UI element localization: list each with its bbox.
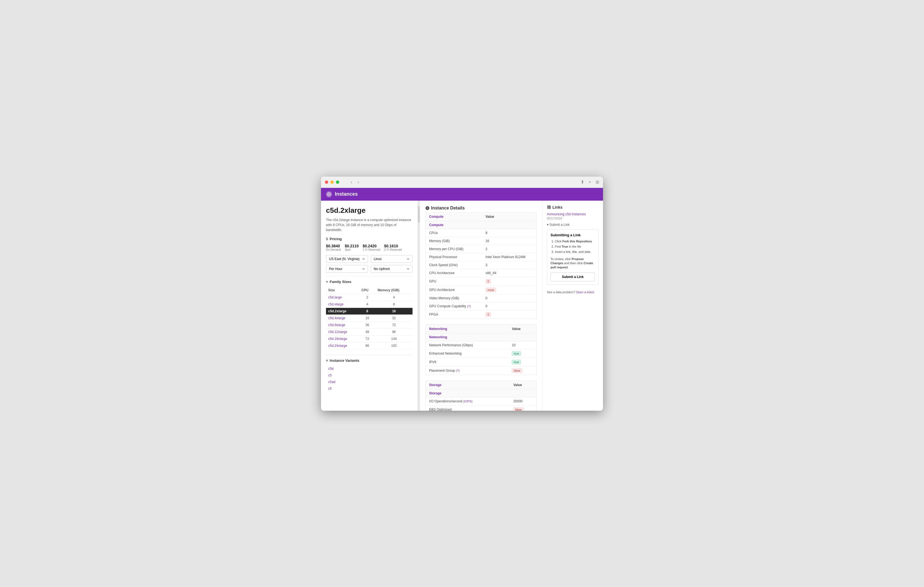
forward-button[interactable]: ›	[356, 180, 361, 185]
help-link[interactable]: (?)	[467, 305, 470, 308]
header-bar: Instances	[321, 188, 603, 201]
table-row[interactable]: c5d.large24	[326, 294, 412, 301]
detail-label: CPUs	[426, 229, 482, 237]
mem-cell: 32	[375, 315, 412, 322]
detail-value: x86_64	[482, 269, 537, 277]
back-button[interactable]: ‹	[349, 180, 354, 185]
detail-value: 0	[482, 294, 537, 302]
detail-row: Placement Group (?)false	[426, 366, 537, 375]
size-cell[interactable]: c5d.9xlarge	[326, 322, 359, 328]
variants-icon: ≡	[326, 358, 328, 363]
detail-value: 16	[482, 237, 537, 245]
detail-label: Network Performance (Gibps)	[426, 341, 509, 349]
size-cell[interactable]: c5d.24xlarge	[326, 342, 359, 349]
col-value: Value	[508, 325, 536, 333]
upfront-dropdown[interactable]: No Upfront	[371, 265, 413, 273]
size-cell[interactable]: c5d.2xlarge	[326, 308, 359, 315]
os-dropdown[interactable]: Linux	[371, 255, 413, 263]
title-bar: ‹ › ⬆ + ⊞	[321, 176, 603, 188]
region-dropdown[interactable]: US East (N. Virginia)	[326, 255, 368, 263]
size-cell[interactable]: c5d.18xlarge	[326, 335, 359, 342]
links-title: ⛓ Links	[547, 205, 599, 209]
col-size: Size	[326, 287, 359, 294]
table-row[interactable]: c5d.12xlarge4896	[326, 328, 412, 335]
mem-cell: 192	[375, 342, 412, 349]
details-table-networking: NetworkingNetworkingValueNetwork Perform…	[426, 325, 537, 375]
details-table-compute: ComputeComputeValueCPUs8Memory (GiB)16Me…	[426, 212, 537, 319]
submit-step-2: Find True in the file	[555, 245, 595, 249]
minimize-button[interactable]	[330, 180, 334, 184]
right-panel: ⛓ Links Announcing c5d Instances 05/17/2…	[542, 201, 603, 411]
table-row[interactable]: c5d.18xlarge72144	[326, 335, 412, 342]
billing-dropdown[interactable]: Per Hour	[326, 265, 368, 273]
browser-window: ‹ › ⬆ + ⊞ Instances c5d.2xlarge The c5d.…	[321, 176, 603, 411]
detail-label: Physical Processor	[426, 253, 482, 261]
detail-label: Memory (GiB)	[426, 237, 482, 245]
col-property: Networking	[426, 325, 509, 333]
header-logo	[326, 191, 332, 197]
table-row[interactable]: c5d.xlarge48	[326, 301, 412, 308]
variant-item[interactable]: c5ad	[326, 379, 412, 385]
detail-value: true	[508, 358, 536, 366]
pricing-heading: $ Pricing	[326, 237, 412, 241]
mem-cell: 16	[375, 308, 412, 315]
detail-value: 2	[482, 245, 537, 253]
detail-value: true	[508, 349, 536, 358]
detail-label: GPU	[426, 277, 482, 285]
scrollbar-thumb	[418, 206, 420, 223]
variant-item[interactable]: c5d	[326, 365, 412, 372]
col-value: Value	[510, 381, 537, 389]
detail-value: 8	[482, 229, 537, 237]
detail-value: 20000	[510, 397, 537, 405]
table-row[interactable]: c5d.2xlarge816	[326, 308, 412, 315]
family-sizes-table: Size CPU Memory (GiB) c5d.large24c5d.xla…	[326, 287, 412, 350]
close-button[interactable]	[325, 180, 328, 184]
submit-toggle[interactable]: ▾ Submit a Link	[547, 223, 599, 227]
detail-label: EBS Optimized	[426, 405, 510, 411]
submit-steps: Click Fork this Repository Find True in …	[551, 239, 595, 254]
maximize-button[interactable]	[336, 180, 339, 184]
detail-row: Memory per CPU (GiB)2	[426, 245, 537, 253]
size-cell[interactable]: c5d.12xlarge	[326, 328, 359, 335]
detail-value: false	[510, 405, 537, 411]
help-link[interactable]: (?)	[456, 369, 460, 372]
col-property: Storage	[426, 381, 510, 389]
price-1yr: $0.2420 1 Yr Reserved	[363, 244, 380, 251]
detail-value: 3	[482, 261, 537, 269]
table-row[interactable]: c5d.9xlarge3672	[326, 322, 412, 328]
cpu-cell: 4	[359, 301, 375, 308]
section-label-storage: Storage	[426, 389, 537, 397]
help-link[interactable]: (IOPS)	[463, 400, 472, 403]
open-ticket-link[interactable]: Open a ticket.	[576, 290, 595, 294]
table-row[interactable]: c5d.24xlarge96192	[326, 342, 412, 349]
detail-row: Clock Speed (GHz)3	[426, 261, 537, 269]
scrollbar[interactable]	[418, 201, 420, 411]
detail-label: IPV6	[426, 358, 509, 366]
variant-item[interactable]: c5	[326, 385, 412, 392]
detail-row: EBS Optimizedfalse	[426, 405, 537, 411]
submit-box-note: To review, click Propose Changes and the…	[551, 257, 595, 270]
cpu-cell: 72	[359, 335, 375, 342]
table-row[interactable]: c5d.4xlarge1632	[326, 315, 412, 322]
detail-row: GPU Compute Capability (?)0	[426, 302, 537, 310]
announcement-date: 05/17/2018	[547, 217, 599, 220]
size-cell[interactable]: c5d.xlarge	[326, 301, 359, 308]
submit-box: Submitting a Link Click Fork this Reposi…	[547, 229, 599, 285]
instance-details-header: i Instance Details	[426, 206, 537, 211]
detail-label: GPU Architecture	[426, 285, 482, 294]
announcement-link[interactable]: Announcing c5d Instances	[547, 212, 599, 216]
size-cell[interactable]: c5d.large	[326, 294, 359, 301]
detail-label: Enhanced Networking	[426, 349, 509, 358]
variant-item[interactable]: c5	[326, 372, 412, 379]
submit-link-button[interactable]: Submit a Link	[551, 272, 595, 281]
detail-row: CPUs8	[426, 229, 537, 237]
detail-row: GPU0	[426, 277, 537, 285]
cpu-cell: 48	[359, 328, 375, 335]
center-panel: i Instance Details ComputeComputeValueCP…	[420, 201, 542, 411]
info-icon: i	[426, 206, 429, 210]
submit-box-title: Submitting a Link	[551, 233, 595, 237]
section-label-compute: Compute	[426, 221, 537, 229]
filter-row-2: Per Hour No Upfront	[326, 265, 412, 273]
mem-cell: 4	[375, 294, 412, 301]
size-cell[interactable]: c5d.4xlarge	[326, 315, 359, 322]
